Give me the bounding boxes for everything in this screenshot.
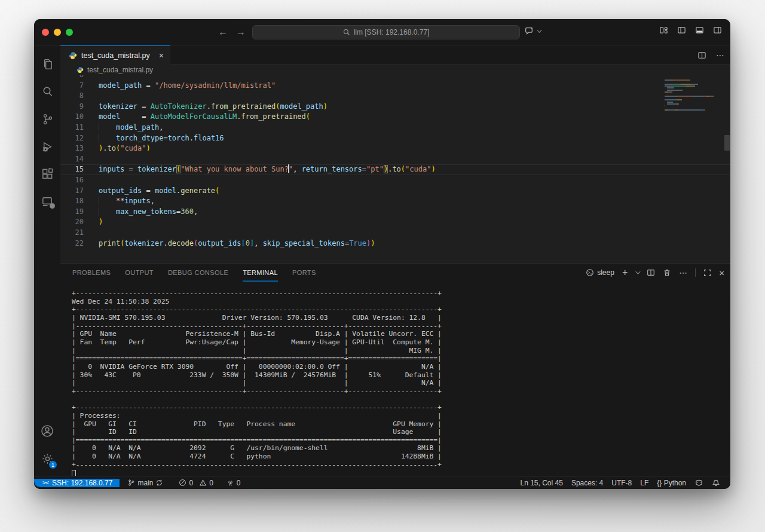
- code-line[interactable]: 10model = AutoModelForCausalLM.from_pret…: [60, 112, 730, 123]
- split-terminal-icon[interactable]: [647, 268, 655, 277]
- remote-indicator[interactable]: >< SSH: 192.168.0.77: [34, 479, 120, 487]
- radio-tower-icon: [227, 479, 234, 487]
- panel-tab-debug-console[interactable]: DEBUG CONSOLE: [168, 264, 228, 282]
- code-line[interactable]: 16: [60, 175, 730, 186]
- forward-icon[interactable]: →: [236, 27, 246, 38]
- terminal-output: +---------------------------------------…: [72, 289, 730, 469]
- code-editor[interactable]: 67model_path = "/home/sysadmin/llm/mistr…: [60, 75, 730, 263]
- code-line[interactable]: 8: [60, 91, 730, 102]
- code-line[interactable]: 12 torch_dtype=torch.float16: [60, 133, 730, 144]
- toggle-panel-icon[interactable]: [695, 26, 704, 35]
- status-bar: >< SSH: 192.168.0.77 main 0 0 0 Ln 15, C…: [34, 476, 730, 489]
- code-line[interactable]: 20): [60, 217, 730, 228]
- search-icon: [41, 85, 54, 99]
- title-bar: ← → llm [SSH: 192.168.0.77]: [34, 19, 730, 45]
- close-window-button[interactable]: [42, 29, 49, 36]
- zoom-window-button[interactable]: [66, 29, 73, 36]
- code-line[interactable]: 6: [60, 75, 730, 81]
- panel-tab-ports[interactable]: PORTS: [292, 264, 316, 282]
- close-panel-icon[interactable]: ×: [719, 268, 724, 278]
- language-mode[interactable]: {} Python: [653, 479, 690, 487]
- code-line[interactable]: 22print(tokenizer.decode(output_ids[0], …: [60, 239, 730, 249]
- branch-indicator[interactable]: main: [123, 479, 167, 487]
- command-center-label: llm [SSH: 192.168.0.77]: [354, 28, 430, 36]
- maximize-panel-icon[interactable]: [703, 269, 711, 277]
- python-icon: [69, 51, 77, 60]
- breadcrumb[interactable]: test_cuda_mistral.py: [60, 65, 730, 75]
- panel-header: PROBLEMSOUTPUTDEBUG CONSOLETERMINALPORTS…: [60, 264, 730, 282]
- activity-bar: 1: [34, 45, 60, 476]
- editor-scrollbar[interactable]: [724, 135, 730, 151]
- toggle-secondary-sidebar-icon[interactable]: [713, 26, 722, 35]
- copilot-icon: [694, 478, 703, 487]
- terminal-cursor: [72, 470, 76, 476]
- search-icon: [343, 29, 350, 36]
- minimize-window-button[interactable]: [54, 29, 61, 36]
- breadcrumb-file: test_cuda_mistral.py: [87, 66, 153, 74]
- sidebar-item-explorer[interactable]: [34, 50, 60, 78]
- panel-tab-problems[interactable]: PROBLEMS: [72, 264, 111, 282]
- more-actions-icon[interactable]: ⋯: [716, 50, 724, 60]
- cursor-position[interactable]: Ln 15, Col 45: [516, 479, 567, 487]
- new-terminal-icon[interactable]: +: [622, 268, 628, 277]
- code-line[interactable]: 15inputs = tokenizer("What you know abou…: [60, 164, 730, 175]
- kill-terminal-icon[interactable]: [663, 268, 671, 277]
- command-center[interactable]: llm [SSH: 192.168.0.77]: [252, 25, 520, 39]
- sidebar-item-extensions[interactable]: [34, 160, 60, 188]
- sidebar-item-settings[interactable]: 1: [34, 445, 60, 472]
- sidebar-item-accounts[interactable]: [34, 417, 60, 445]
- bottom-panel: PROBLEMSOUTPUTDEBUG CONSOLETERMINALPORTS…: [60, 263, 730, 476]
- explorer-icon: [41, 57, 54, 71]
- window-controls: [42, 29, 73, 36]
- more-actions-icon[interactable]: ⋯: [679, 268, 687, 277]
- code-line[interactable]: 17output_ids = model.generate(: [60, 186, 730, 197]
- editor-lines: 67model_path = "/home/sysadmin/llm/mistr…: [60, 75, 730, 249]
- code-line[interactable]: 13).to("cuda"): [60, 143, 730, 154]
- code-line[interactable]: 18 **inputs,: [60, 196, 730, 207]
- tab-test-cuda-mistral[interactable]: test_cuda_mistral.py ×: [60, 45, 170, 65]
- code-line[interactable]: 21: [60, 228, 730, 239]
- panel-tabs: PROBLEMSOUTPUTDEBUG CONSOLETERMINALPORTS: [72, 264, 316, 282]
- sidebar-item-search[interactable]: [34, 78, 60, 105]
- remote-icon: ><: [42, 479, 48, 486]
- close-tab-icon[interactable]: ×: [159, 51, 164, 60]
- back-icon[interactable]: ←: [218, 27, 228, 38]
- source-control-icon: [41, 112, 54, 126]
- terminal-view[interactable]: +---------------------------------------…: [60, 282, 730, 476]
- panel-tab-terminal[interactable]: TERMINAL: [243, 264, 278, 282]
- run-debug-icon: [41, 140, 54, 154]
- code-line[interactable]: 11 model_path,: [60, 123, 730, 133]
- notifications[interactable]: [708, 479, 724, 487]
- split-editor-icon[interactable]: [697, 51, 706, 60]
- copilot-chat-icon[interactable]: [524, 26, 534, 36]
- code-line[interactable]: 14: [60, 154, 730, 165]
- sidebar-item-remote-explorer[interactable]: [34, 188, 60, 215]
- indentation[interactable]: Spaces: 4: [567, 479, 607, 487]
- eol-sequence[interactable]: LF: [636, 479, 653, 487]
- vscode-window: ← → llm [SSH: 192.168.0.77]: [34, 19, 730, 489]
- code-line[interactable]: 19 max_new_tokens=360,: [60, 207, 730, 218]
- minimap[interactable]: [665, 78, 722, 111]
- toggle-primary-sidebar-icon[interactable]: [677, 26, 686, 35]
- customize-layout-icon[interactable]: [659, 26, 668, 35]
- editor-tab-bar: test_cuda_mistral.py × ⋯: [60, 45, 730, 65]
- sync-icon[interactable]: [155, 479, 163, 487]
- extensions-icon: [41, 167, 54, 181]
- sidebar-item-run-debug[interactable]: [34, 133, 60, 160]
- encoding[interactable]: UTF-8: [607, 479, 636, 487]
- code-line[interactable]: 7model_path = "/home/sysadmin/llm/mistra…: [60, 81, 730, 91]
- problems-indicator[interactable]: 0 0: [175, 479, 217, 487]
- terminal-dropdown-icon[interactable]: [635, 269, 640, 274]
- errors-icon: [179, 479, 186, 487]
- chevron-down-icon[interactable]: [537, 27, 541, 32]
- terminal-profile-icon: [586, 268, 594, 277]
- panel-tab-output[interactable]: OUTPUT: [125, 264, 154, 282]
- copilot-status[interactable]: [690, 478, 708, 487]
- python-icon: [76, 66, 84, 74]
- accounts-icon: [40, 424, 54, 438]
- terminal-session[interactable]: sleep: [586, 268, 614, 277]
- git-branch-icon: [127, 479, 135, 487]
- code-line[interactable]: 9tokenizer = AutoTokenizer.from_pretrain…: [60, 102, 730, 112]
- ports-indicator[interactable]: 0: [222, 479, 245, 487]
- sidebar-item-source-control[interactable]: [34, 105, 60, 133]
